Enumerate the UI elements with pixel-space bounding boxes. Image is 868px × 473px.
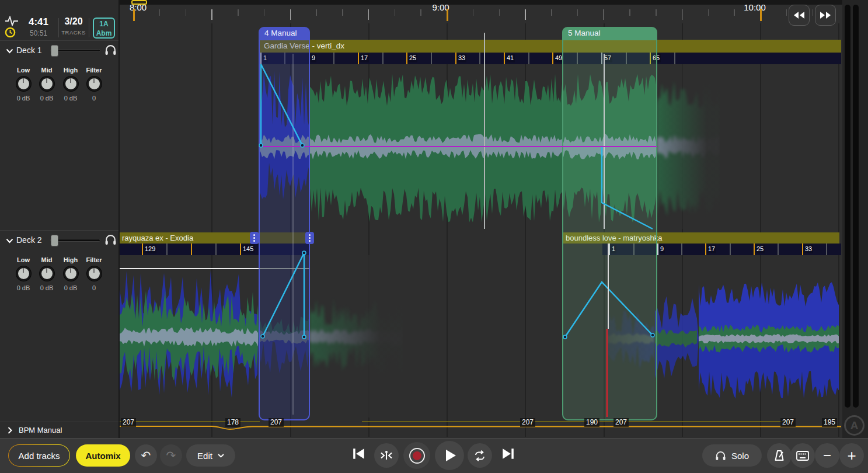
beat-tick-minor xyxy=(681,244,682,255)
hour-tick xyxy=(447,9,448,21)
clip-title-bar[interactable]: Gardia Verse - verti_dx xyxy=(259,40,841,53)
knob-label: Filter xyxy=(82,256,106,263)
beat-tick xyxy=(142,244,143,255)
bpm-value-label[interactable]: 190 xyxy=(584,418,599,427)
knob-label: Low xyxy=(12,256,35,263)
deck1-filter-knob[interactable] xyxy=(87,76,102,91)
minute-tick xyxy=(786,9,787,16)
solo-button[interactable]: Solo xyxy=(702,444,762,467)
transition-region-tab[interactable]: 5 Manual xyxy=(562,27,657,40)
bpm-value-label[interactable]: 207 xyxy=(613,418,629,427)
clip-options-kebab-icon[interactable] xyxy=(305,232,314,244)
bpm-value-label[interactable]: 207 xyxy=(520,418,535,427)
deck2-mid-knob[interactable] xyxy=(40,266,54,281)
deck2-low-knob[interactable] xyxy=(16,266,31,281)
knob-pointer xyxy=(93,78,95,83)
knob-unit: Filter0 xyxy=(82,256,106,291)
headphones-icon[interactable] xyxy=(104,44,117,55)
keyboard-shortcuts-button[interactable] xyxy=(790,443,815,468)
beat-ruler[interactable]: 1917253341495765 xyxy=(259,53,841,64)
rewind-icon xyxy=(793,11,805,19)
jump-back-button[interactable] xyxy=(789,5,810,26)
overview-viewport-indicator[interactable] xyxy=(131,0,147,5)
chevron-down-icon[interactable] xyxy=(6,48,13,54)
skip-to-end-button[interactable] xyxy=(501,447,517,464)
knob-unit: High0 dB xyxy=(59,67,82,102)
beat-number: 25 xyxy=(408,54,417,62)
redo-button[interactable]: ↷ xyxy=(160,444,182,467)
add-tracks-button[interactable]: Add tracks xyxy=(8,444,70,467)
deck2-filter-knob[interactable] xyxy=(87,266,102,281)
metronome-button[interactable] xyxy=(767,443,792,468)
knob-value: 0 dB xyxy=(12,284,35,291)
track-fadeout-ghost xyxy=(657,64,720,229)
loop-button[interactable] xyxy=(468,443,492,468)
metronome-icon xyxy=(773,450,785,461)
minute-tick xyxy=(551,9,552,16)
bpm-section-label: BPM Manual xyxy=(19,426,62,434)
clip-options-kebab-icon[interactable] xyxy=(250,232,259,244)
beat-tick xyxy=(358,53,359,64)
beat-tick-minor xyxy=(479,53,480,64)
timeline-overview-strip[interactable] xyxy=(120,0,842,5)
bpm-section-toggle[interactable]: BPM Manual xyxy=(0,422,118,438)
elapsed-time: 4:41 xyxy=(21,16,56,28)
beat-number: 33 xyxy=(804,245,813,253)
clip-title-bar[interactable]: rayquaza ex - Exodia xyxy=(120,232,259,244)
undo-button[interactable]: ↶ xyxy=(135,444,157,467)
key-badge[interactable]: 1A Abm xyxy=(93,18,115,39)
knob-unit: Mid0 dB xyxy=(35,256,58,291)
deck-volume-fader[interactable] xyxy=(50,239,100,242)
fader-handle[interactable] xyxy=(51,45,58,57)
beat-tick-minor xyxy=(528,53,529,64)
bpm-value-label[interactable]: 195 xyxy=(822,418,837,427)
transition-region-tab[interactable]: 4 Manual xyxy=(259,27,310,40)
minute-tick xyxy=(813,9,814,16)
headphones-icon xyxy=(715,451,726,461)
beat-tick-minor xyxy=(431,53,432,64)
hour-tick xyxy=(760,9,762,21)
kebab-dots-icon xyxy=(253,237,255,239)
play-button[interactable] xyxy=(435,441,464,470)
zoom-out-button[interactable]: − xyxy=(815,443,839,468)
knob-value: 0 dB xyxy=(59,95,82,102)
bpm-value-label[interactable]: 207 xyxy=(121,418,136,427)
minute-tick xyxy=(734,9,735,16)
knob-pointer xyxy=(70,78,71,83)
minute-tick xyxy=(473,9,474,16)
bpm-value-label[interactable]: 207 xyxy=(780,418,796,427)
time-label: 10:00 xyxy=(744,2,766,12)
beat-number: 9 xyxy=(659,245,665,253)
headphones-icon[interactable] xyxy=(104,234,117,245)
record-button[interactable] xyxy=(403,442,430,469)
zoom-in-button[interactable]: + xyxy=(839,443,864,468)
snap-playhead-button[interactable] xyxy=(374,443,399,468)
kebab-dots-icon xyxy=(309,237,311,239)
chevron-down-icon[interactable] xyxy=(6,238,13,244)
transition-region[interactable] xyxy=(562,39,657,420)
minute-tick xyxy=(395,9,396,16)
beat-tick xyxy=(657,244,658,255)
knob-pointer xyxy=(46,268,47,273)
jump-forward-button[interactable] xyxy=(815,5,836,26)
deck1-low-knob[interactable] xyxy=(16,76,31,91)
knob-unit: Filter0 xyxy=(82,67,106,102)
deck-volume-fader[interactable] xyxy=(50,49,100,52)
automix-button[interactable]: Automix xyxy=(76,444,130,467)
deck1-high-knob[interactable] xyxy=(64,76,78,91)
knob-value: 0 dB xyxy=(12,95,35,102)
bpm-value-label[interactable]: 178 xyxy=(225,418,240,427)
transition-region[interactable] xyxy=(259,39,310,420)
knob-label: High xyxy=(59,256,82,263)
divider xyxy=(0,230,118,231)
edit-menu-button[interactable]: Edit xyxy=(186,444,235,467)
beat-tick xyxy=(406,53,407,64)
deck1-mid-knob[interactable] xyxy=(40,76,54,91)
minute-tick xyxy=(264,9,265,16)
bpm-value-label[interactable]: 207 xyxy=(269,418,284,427)
deck2-high-knob[interactable] xyxy=(64,266,78,281)
knob-label: Filter xyxy=(82,67,106,74)
fader-handle[interactable] xyxy=(51,235,58,246)
skip-to-start-button[interactable] xyxy=(352,447,368,464)
tracks-label: TRACKS xyxy=(58,29,89,36)
